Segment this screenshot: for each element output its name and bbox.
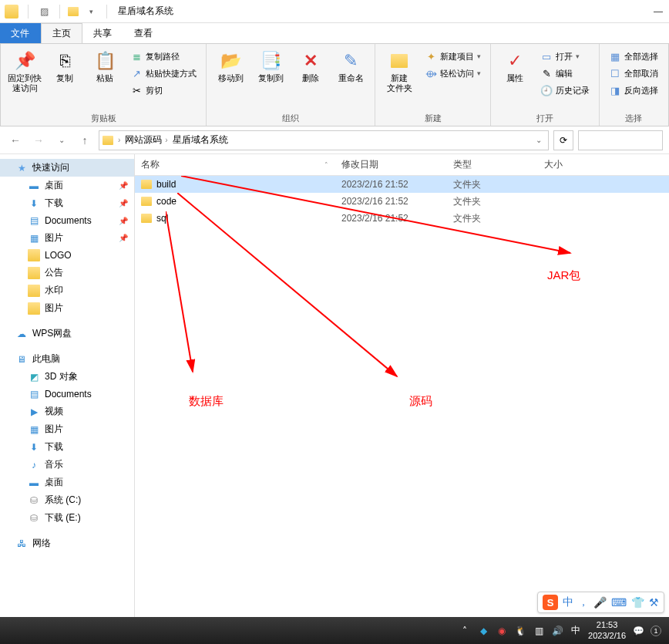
col-type[interactable]: 类型 [447,158,538,171]
copy-to-button[interactable]: 📑 复制到 [253,47,288,83]
mic-icon[interactable]: 🎤 [593,596,607,609]
tab-file[interactable]: 文件 [0,23,41,43]
toolbox-icon[interactable]: ⚒ [649,596,659,609]
ime-bar[interactable]: S 中 ， 🎤 ⌨ 👕 ⚒ [537,592,664,613]
easy-access-icon: ⟴ [425,67,437,79]
tray-network-icon[interactable]: ▥ [533,625,545,637]
nav-back-button[interactable]: ← [6,131,25,150]
star-icon: ★ [15,162,28,174]
tree-pictures2[interactable]: 图片 [0,299,134,317]
file-row[interactable]: code2023/2/16 21:52文件夹 [135,193,669,210]
tray-chevron-up-icon[interactable]: ˄ [459,625,471,637]
new-item-button[interactable]: ✦ 新建项目 ▾ [422,49,484,64]
refresh-button[interactable]: ⟳ [553,130,573,150]
chevron-right-icon[interactable]: › [163,136,169,144]
edit-button[interactable]: ✎ 编辑 [537,66,593,81]
qat-menu-chevron-icon[interactable]: ▾ [83,4,99,19]
qat-properties-icon[interactable]: ▨ [36,4,52,19]
tree-videos[interactable]: ▶视频 [0,403,134,420]
select-all-button[interactable]: ▦ 全部选择 [606,49,661,64]
pin-icon: 📌 [119,199,128,207]
search-input[interactable] [578,130,663,150]
sogou-icon[interactable]: S [543,595,558,610]
tree-music[interactable]: ♪音乐 [0,456,134,474]
tree-sysc[interactable]: ⛁系统 (C:) [0,491,134,509]
keyboard-icon[interactable]: ⌨ [611,596,627,609]
tray-security-icon[interactable]: ◆ [477,625,489,637]
tree-3d[interactable]: ◩3D 对象 [0,368,134,386]
tree-dle[interactable]: ⛁下载 (E:) [0,509,134,527]
pin-quick-access-button[interactable]: 📌 固定到快 速访问 [7,47,42,93]
tab-home[interactable]: 主页 [41,23,82,43]
file-row[interactable]: sql2023/2/16 21:52文件夹 [135,210,669,227]
breadcrumb-box[interactable]: › 网站源码› 星盾域名系统 ⌄ [99,130,549,150]
folder-icon [141,180,152,189]
tray-app-icon[interactable]: ◉ [496,625,508,637]
new-folder-button[interactable]: 新建 文件夹 [382,47,417,93]
copy-path-button[interactable]: ≣ 复制路径 [127,49,200,64]
tab-view[interactable]: 查看 [123,23,164,43]
taskbar-clock[interactable]: 21:53 2023/2/16 [588,620,626,640]
tree-documents[interactable]: ▤Documents📌 [0,212,134,229]
breadcrumb-dropdown-icon[interactable]: ⌄ [536,136,545,144]
breadcrumb-item[interactable]: 网站源码› [125,133,169,147]
minimize-button[interactable]: — [647,0,669,23]
open-button[interactable]: ▭ 打开 ▾ [537,49,593,64]
tree-network[interactable]: 🖧网络 [0,534,134,552]
properties-big-button[interactable]: ✓ 属性 [497,47,533,83]
tree-documents2[interactable]: ▤Documents [0,386,134,403]
col-date[interactable]: 修改日期 [335,158,447,171]
move-to-button[interactable]: 📂 移动到 [213,47,248,83]
tree-shuiyin[interactable]: 水印 [0,282,134,299]
tree-quick-access[interactable]: ★快速访问 [0,159,134,177]
paste-button[interactable]: 📋 粘贴 [87,47,123,83]
copy-icon: ⎘ [54,50,76,72]
tree-pictures3[interactable]: ▦图片 [0,420,134,438]
cut-button[interactable]: ✂ 剪切 [127,83,200,98]
ime-punct[interactable]: ， [578,595,589,609]
tray-qq-icon[interactable]: 🐧 [514,625,526,637]
file-row[interactable]: build2023/2/16 21:52文件夹 [135,176,669,193]
file-date: 2023/2/16 21:52 [335,179,447,190]
easy-access-button[interactable]: ⟴ 轻松访问 ▾ [422,66,484,81]
ribbon-group-organize: 📂 移动到 📑 复制到 ✕ 删除 ✎ 重命名 组织 [207,44,375,126]
col-name[interactable]: 名称˄ [135,158,335,171]
nav-forward-button[interactable]: → [29,131,48,150]
new-folder-icon [388,50,410,72]
history-button[interactable]: 🕘 历史记录 [537,83,593,98]
folder-icon [28,249,40,261]
nav-tree: ★快速访问 ▬桌面📌 ⬇下载📌 ▤Documents📌 ▦图片📌 LOGO 公告… [0,154,135,617]
nav-up-button[interactable]: ↑ [76,131,94,150]
paste-shortcut-button[interactable]: ↗ 粘贴快捷方式 [127,66,200,81]
ime-lang[interactable]: 中 [563,595,573,609]
open-icon: ▭ [540,50,553,62]
chevron-right-icon[interactable]: › [116,136,122,144]
tray-volume-icon[interactable]: 🔊 [551,625,563,637]
select-none-button[interactable]: ☐ 全部取消 [606,66,661,81]
invert-selection-button[interactable]: ◨ 反向选择 [606,83,661,98]
notifications-icon[interactable]: 💬 [632,625,644,637]
tree-logo[interactable]: LOGO [0,247,134,264]
tree-desktop2[interactable]: ▬桌面 [0,474,134,491]
tree-pictures[interactable]: ▦图片📌 [0,229,134,247]
tree-thispc[interactable]: 🖥此电脑 [0,350,134,368]
cloud-icon: ☁ [15,328,28,340]
qat-folder-icon[interactable] [68,7,79,16]
col-size[interactable]: 大小 [538,158,669,171]
tree-desktop[interactable]: ▬桌面📌 [0,177,134,194]
tree-gonggao[interactable]: 公告 [0,264,134,282]
skin-icon[interactable]: 👕 [631,596,644,609]
rename-button[interactable]: ✎ 重命名 [333,47,368,83]
window-folder-icon [5,5,18,19]
tree-wps[interactable]: ☁WPS网盘 [0,325,134,342]
breadcrumb-item[interactable]: 星盾域名系统 [173,133,228,147]
tree-downloads[interactable]: ⬇下载📌 [0,194,134,212]
action-center-icon[interactable]: 1 [651,625,661,636]
nav-recent-chevron-icon[interactable]: ⌄ [52,131,71,150]
delete-button[interactable]: ✕ 删除 [293,47,328,83]
tab-share[interactable]: 共享 [82,23,123,43]
move-to-icon: 📂 [220,50,241,72]
tree-downloads2[interactable]: ⬇下载 [0,438,134,456]
tray-ime-icon[interactable]: 中 [570,625,582,637]
copy-button[interactable]: ⎘ 复制 [47,47,82,83]
